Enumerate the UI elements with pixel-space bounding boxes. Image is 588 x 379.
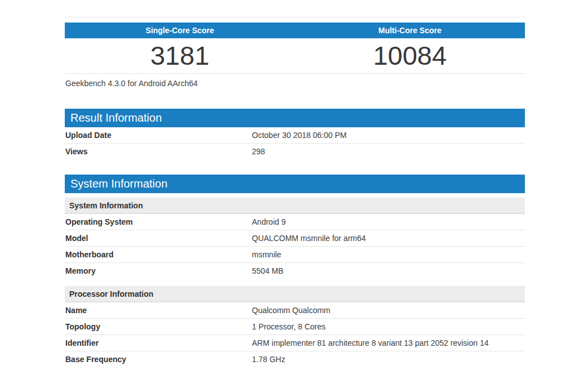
result-information-header: Result Information bbox=[65, 109, 525, 127]
system-information-section: System Information System Information Op… bbox=[65, 175, 525, 367]
row-value: 298 bbox=[252, 148, 525, 156]
processor-information-subheader: Processor Information bbox=[65, 286, 525, 302]
row-label: Base Frequency bbox=[65, 355, 252, 364]
row-value: QUALCOMM msmnile for arm64 bbox=[252, 234, 525, 243]
system-information-header: System Information bbox=[65, 175, 525, 193]
multi-core-header: Multi-Core Score bbox=[295, 26, 525, 35]
row-label: Motherboard bbox=[65, 251, 252, 259]
table-row-identifier: Identifier ARM implementer 81 architectu… bbox=[65, 335, 525, 351]
row-value: Android 9 bbox=[252, 218, 525, 226]
table-row-model: Model QUALCOMM msmnile for arm64 bbox=[65, 230, 525, 246]
table-row-name: Name Qualcomm Qualcomm bbox=[65, 302, 525, 318]
row-value: 5504 MB bbox=[252, 267, 525, 275]
score-banner: Single-Core Score Multi-Core Score 3181 … bbox=[65, 23, 525, 93]
row-label: Operating System bbox=[65, 218, 252, 226]
row-label: Views bbox=[65, 148, 252, 156]
processor-information-rows: Name Qualcomm Qualcomm Topology 1 Proces… bbox=[65, 302, 525, 367]
row-label: Memory bbox=[65, 267, 252, 275]
result-information-rows: Upload Date October 30 2018 06:00 PM Vie… bbox=[65, 127, 525, 159]
single-core-score: 3181 bbox=[65, 42, 295, 69]
table-row-base-frequency: Base Frequency 1.78 GHz bbox=[65, 351, 525, 367]
row-value: msmnile bbox=[252, 251, 525, 259]
row-label: Name bbox=[65, 306, 252, 315]
row-value: 1 Processor, 8 Cores bbox=[252, 323, 525, 331]
table-row-topology: Topology 1 Processor, 8 Cores bbox=[65, 318, 525, 335]
row-value: October 30 2018 06:00 PM bbox=[252, 131, 525, 140]
top-divider bbox=[65, 17, 525, 23]
table-row-upload-date: Upload Date October 30 2018 06:00 PM bbox=[65, 127, 525, 143]
score-header-row: Single-Core Score Multi-Core Score bbox=[65, 23, 525, 38]
row-value: 1.78 GHz bbox=[252, 355, 525, 364]
result-information-section: Result Information Upload Date October 3… bbox=[65, 109, 525, 159]
benchmark-version: Geekbench 4.3.0 for Android AArch64 bbox=[65, 74, 525, 93]
system-information-subheader: System Information bbox=[65, 198, 525, 214]
table-row-motherboard: Motherboard msmnile bbox=[65, 246, 525, 262]
single-core-header: Single-Core Score bbox=[65, 26, 295, 35]
multi-core-score: 10084 bbox=[295, 42, 525, 69]
geekbench-result-page: Single-Core Score Multi-Core Score 3181 … bbox=[65, 17, 525, 367]
row-label: Identifier bbox=[65, 339, 252, 347]
system-information-rows: Operating System Android 9 Model QUALCOM… bbox=[65, 214, 525, 279]
row-value: Qualcomm Qualcomm bbox=[252, 306, 525, 315]
score-values-row: 3181 10084 bbox=[65, 38, 525, 74]
row-value: ARM implementer 81 architecture 8 varian… bbox=[252, 339, 525, 347]
row-label: Upload Date bbox=[65, 131, 252, 140]
table-row-operating-system: Operating System Android 9 bbox=[65, 214, 525, 230]
row-label: Topology bbox=[65, 323, 252, 331]
table-row-memory: Memory 5504 MB bbox=[65, 262, 525, 279]
row-label: Model bbox=[65, 234, 252, 243]
table-row-views: Views 298 bbox=[65, 143, 525, 159]
